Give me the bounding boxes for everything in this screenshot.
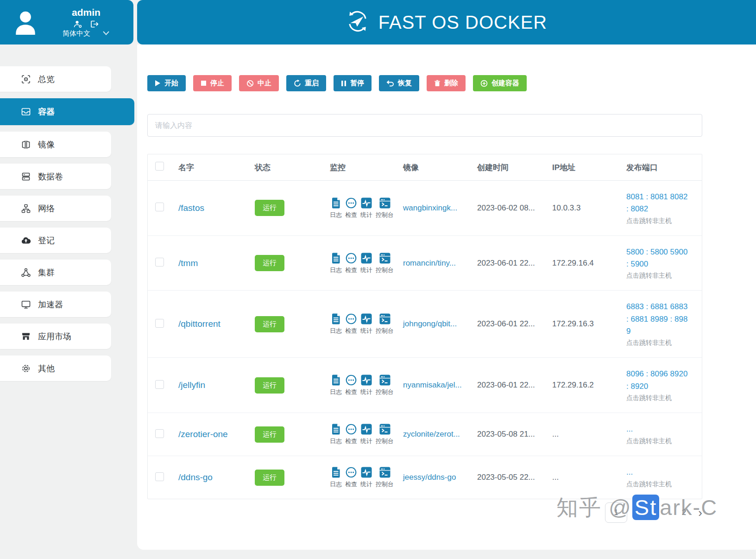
inspect-action[interactable]: 检查 xyxy=(345,197,357,219)
container-name-link[interactable]: /qbittorrent xyxy=(178,319,220,329)
log-action[interactable]: 日志 xyxy=(330,423,342,445)
trash-icon xyxy=(434,80,441,87)
ports-link[interactable]: ... xyxy=(626,466,692,478)
restart-button[interactable]: 重启 xyxy=(286,75,326,91)
column-header-status: 状态 xyxy=(255,162,330,173)
log-action[interactable]: 日志 xyxy=(330,374,342,396)
registry-icon xyxy=(21,235,31,246)
stats-icon xyxy=(360,423,372,435)
console-action[interactable]: 控制台 xyxy=(376,313,394,335)
console-action[interactable]: 控制台 xyxy=(376,374,394,396)
sidebar-item-registry[interactable]: 登记 xyxy=(0,228,111,253)
create-container-button[interactable]: 创建容器 xyxy=(473,75,527,91)
image-link[interactable]: romancin/tiny... xyxy=(403,259,459,267)
page-2-button[interactable]: 2 xyxy=(682,508,686,517)
abort-button[interactable]: 中止 xyxy=(239,75,279,91)
plus-circle-icon xyxy=(480,80,488,87)
container-table: 名字 状态 监控 镜像 创建时间 IP地址 发布端口 /fastos 运行 xyxy=(147,154,702,499)
row-checkbox[interactable] xyxy=(155,429,164,438)
log-action[interactable]: 日志 xyxy=(330,466,342,489)
ports-link[interactable]: 5800 : 5800 5900 : 5900 xyxy=(626,246,692,271)
row-checkbox[interactable] xyxy=(155,472,164,481)
log-action[interactable]: 日志 xyxy=(330,313,342,335)
table-row: /tmm 运行 日志 xyxy=(148,236,702,291)
stats-icon xyxy=(360,374,372,386)
container-name-link[interactable]: /fastos xyxy=(178,203,204,213)
row-checkbox[interactable] xyxy=(155,319,164,328)
stats-action[interactable]: 统计 xyxy=(360,466,372,489)
container-name-link[interactable]: /tmm xyxy=(178,258,198,268)
column-header-monitor: 监控 xyxy=(330,162,403,173)
ports-link[interactable]: 8096 : 8096 8920 : 8920 xyxy=(626,368,692,393)
sidebar-item-label: 网络 xyxy=(38,203,55,214)
avatar[interactable] xyxy=(12,9,39,36)
stats-action[interactable]: 统计 xyxy=(360,374,372,396)
stats-action[interactable]: 统计 xyxy=(360,197,372,219)
undo-icon xyxy=(386,80,394,87)
delete-button[interactable]: 删除 xyxy=(427,75,466,91)
resume-button[interactable]: 恢复 xyxy=(379,75,419,91)
sidebar-item-app-market[interactable]: 应用市场 xyxy=(0,324,111,349)
console-icon xyxy=(379,374,391,386)
logout-icon[interactable] xyxy=(90,20,99,28)
inspect-action[interactable]: 检查 xyxy=(345,374,357,396)
sidebar-item-accelerator[interactable]: 加速器 xyxy=(0,292,111,317)
stats-action[interactable]: 统计 xyxy=(360,313,372,335)
start-button[interactable]: 开始 xyxy=(147,75,186,91)
created-time: 2023-06-01 22... xyxy=(477,319,535,328)
row-checkbox[interactable] xyxy=(155,258,164,267)
stop-button[interactable]: 停止 xyxy=(193,75,232,91)
sidebar-item-overview[interactable]: 总览 xyxy=(0,66,111,92)
table-row: /fastos 运行 日志 xyxy=(148,181,702,236)
sidebar-item-cluster[interactable]: 集群 xyxy=(0,260,111,285)
select-all-checkbox[interactable] xyxy=(155,162,164,171)
stats-icon xyxy=(360,252,372,264)
inspect-icon xyxy=(345,466,357,478)
row-checkbox[interactable] xyxy=(155,380,164,389)
user-manage-icon[interactable] xyxy=(74,20,82,28)
pause-button[interactable]: 暂停 xyxy=(334,75,372,91)
container-name-link[interactable]: /ddns-go xyxy=(178,472,213,482)
sidebar-item-volumes[interactable]: 数据卷 xyxy=(0,164,111,189)
ports-hint: 点击跳转非主机 xyxy=(626,437,692,445)
image-link[interactable]: johngong/qbit... xyxy=(403,319,460,328)
console-action[interactable]: 控制台 xyxy=(376,466,394,489)
console-action[interactable]: 控制台 xyxy=(376,252,394,274)
stats-action[interactable]: 统计 xyxy=(360,423,372,445)
volumes-icon xyxy=(21,172,31,182)
inspect-action[interactable]: 检查 xyxy=(345,313,357,335)
search-input[interactable] xyxy=(147,114,702,137)
image-link[interactable]: jeessy/ddns-go xyxy=(403,473,459,482)
username: admin xyxy=(39,7,133,18)
ports-link[interactable]: 8081 : 8081 8082 : 8082 xyxy=(626,191,692,216)
ports-link[interactable]: ... xyxy=(626,423,692,435)
next-page-icon[interactable]: › xyxy=(698,507,702,519)
sidebar-item-other[interactable]: 其他 xyxy=(0,356,111,381)
page-1-button[interactable]: 1 xyxy=(605,502,627,523)
log-action[interactable]: 日志 xyxy=(330,252,342,274)
status-badge: 运行 xyxy=(255,470,284,486)
console-action[interactable]: 控制台 xyxy=(376,423,394,445)
container-name-link[interactable]: /jellyfin xyxy=(178,380,205,390)
stats-action[interactable]: 统计 xyxy=(360,252,372,274)
sidebar-item-label: 容器 xyxy=(38,106,55,117)
row-checkbox[interactable] xyxy=(155,203,164,211)
log-action[interactable]: 日志 xyxy=(330,197,342,219)
ports-link[interactable]: 6883 : 6881 6883 : 6881 8989 : 8989 xyxy=(626,301,692,337)
container-name-link[interactable]: /zerotier-one xyxy=(178,429,228,439)
user-panel: admin 简体中文 xyxy=(0,0,133,44)
image-link[interactable]: zyclonite/zerot... xyxy=(403,430,463,438)
sidebar-item-images[interactable]: 镜像 xyxy=(0,132,111,157)
inspect-action[interactable]: 检查 xyxy=(345,466,357,489)
column-header-name: 名字 xyxy=(178,162,255,173)
sidebar-item-containers[interactable]: 容器 xyxy=(0,98,134,125)
cluster-icon xyxy=(21,267,31,278)
inspect-action[interactable]: 检查 xyxy=(345,423,357,445)
image-link[interactable]: wangbinxingk... xyxy=(403,203,460,212)
toolbar: 开始 停止 中止 重启 暂停 恢复 删除 创建容器 xyxy=(147,75,527,91)
console-action[interactable]: 控制台 xyxy=(376,197,394,219)
image-link[interactable]: nyanmisaka/jel... xyxy=(403,381,465,389)
language-selector[interactable]: 简体中文 xyxy=(63,29,110,37)
sidebar-item-network[interactable]: 网络 xyxy=(0,196,111,221)
inspect-action[interactable]: 检查 xyxy=(345,252,357,274)
